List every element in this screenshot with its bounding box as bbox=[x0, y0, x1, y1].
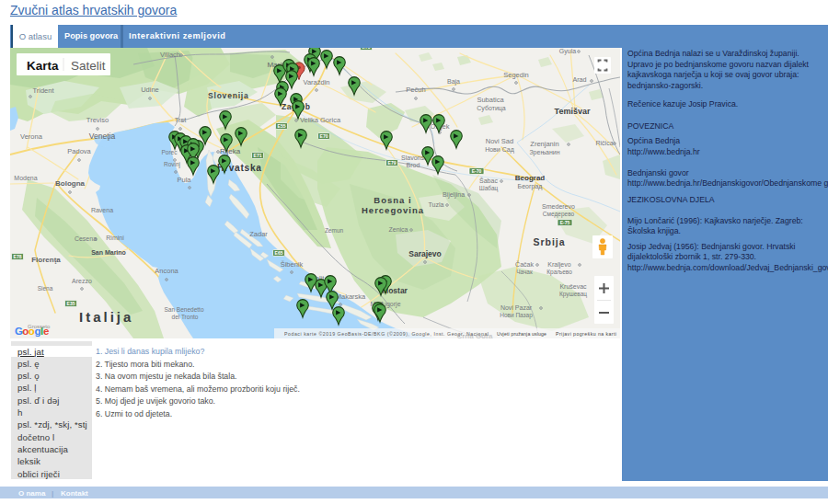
svg-text:E73: E73 bbox=[362, 48, 371, 50]
svg-text:Satelit: Satelit bbox=[71, 59, 106, 73]
svg-text:Novi Sad: Novi Sad bbox=[486, 137, 513, 145]
svg-text:Rimini: Rimini bbox=[106, 235, 124, 241]
svg-text:Чачак: Чачак bbox=[516, 269, 533, 275]
svg-text:Srbija: Srbija bbox=[533, 236, 565, 247]
svg-text:Bosna i: Bosna i bbox=[374, 195, 411, 205]
svg-text:Temišvar: Temišvar bbox=[555, 107, 591, 116]
svg-text:Karta: Karta bbox=[27, 59, 59, 73]
svg-text:E-70: E-70 bbox=[472, 168, 482, 174]
svg-text:Subatica: Subatica bbox=[477, 96, 504, 104]
svg-text:E35: E35 bbox=[67, 301, 75, 306]
svg-text:San Benedetto: San Benedetto bbox=[164, 306, 203, 313]
svg-text:Grosseto: Grosseto bbox=[28, 324, 51, 329]
svg-text:Florenţa: Florenţa bbox=[31, 256, 61, 264]
svg-text:Београд: Београд bbox=[518, 183, 543, 190]
svg-text:Pula: Pula bbox=[177, 176, 191, 184]
svg-text:Нови Сад: Нови Сад bbox=[485, 146, 514, 154]
svg-text:Ancona: Ancona bbox=[155, 267, 178, 275]
svg-text:Siena: Siena bbox=[38, 285, 53, 292]
svg-text:Treviso: Treviso bbox=[86, 116, 109, 124]
svg-text:Slovenija: Slovenija bbox=[208, 91, 249, 100]
svg-text:Gyula: Gyula bbox=[559, 48, 576, 55]
svg-text:Trident: Trident bbox=[32, 86, 54, 95]
svg-text:Modena: Modena bbox=[14, 175, 37, 181]
svg-text:Arezzo: Arezzo bbox=[72, 278, 92, 284]
svg-text:Суботица: Суботица bbox=[477, 105, 506, 112]
svg-text:Šibenik: Šibenik bbox=[281, 260, 304, 269]
svg-text:Зрењанин: Зрењанин bbox=[529, 149, 559, 156]
svg-text:Varaždin: Varaždin bbox=[303, 78, 329, 86]
svg-text:E70: E70 bbox=[320, 133, 328, 139]
svg-text:Arad: Arad bbox=[572, 75, 586, 84]
svg-text:Čačak: Čačak bbox=[515, 260, 534, 268]
svg-text:San Marino: San Marino bbox=[91, 249, 126, 256]
svg-text:Segedin: Segedin bbox=[503, 71, 529, 79]
svg-text:Makarska: Makarska bbox=[336, 292, 366, 301]
svg-text:Kraljevo: Kraljevo bbox=[547, 261, 570, 269]
svg-text:Bologna: Bologna bbox=[55, 179, 86, 188]
svg-text:Baja: Baja bbox=[447, 78, 460, 86]
svg-text:Шабац: Шабац bbox=[479, 185, 499, 192]
svg-text:Rovinj: Rovinj bbox=[164, 161, 180, 168]
svg-text:Крушевац: Крушевац bbox=[559, 291, 587, 298]
svg-text:del Tronto: del Tronto bbox=[172, 314, 199, 320]
svg-text:Zadar: Zadar bbox=[249, 230, 268, 238]
svg-text:Hercegovina: Hercegovina bbox=[362, 205, 424, 215]
svg-text:E78: E78 bbox=[14, 254, 22, 259]
svg-text:Zrenjanin: Zrenjanin bbox=[530, 140, 558, 148]
svg-text:E-75: E-75 bbox=[560, 220, 570, 225]
svg-text:Смедерево: Смедерево bbox=[543, 211, 575, 218]
svg-text:E79: E79 bbox=[388, 160, 397, 166]
svg-text:Veneţia: Veneţia bbox=[89, 132, 116, 141]
svg-text:Italija: Italija bbox=[79, 309, 133, 325]
svg-text:Villach: Villach bbox=[160, 51, 180, 59]
svg-text:Smederevo: Smederevo bbox=[542, 203, 575, 210]
svg-text:Нови Пазар: Нови Пазар bbox=[500, 312, 533, 319]
svg-text:Šabac: Šabac bbox=[479, 177, 498, 184]
svg-text:Udine: Udine bbox=[141, 86, 159, 94]
svg-text:Novi Pazar: Novi Pazar bbox=[500, 304, 533, 311]
svg-text:E71: E71 bbox=[254, 153, 262, 158]
svg-text:E65: E65 bbox=[275, 250, 283, 256]
svg-text:Verona: Verona bbox=[20, 132, 43, 141]
svg-text:Tuzla: Tuzla bbox=[429, 201, 444, 208]
svg-text:Ričica: Ričica bbox=[595, 140, 613, 146]
svg-text:Zenica: Zenica bbox=[388, 226, 408, 233]
svg-text:Beograd: Beograd bbox=[515, 174, 546, 182]
svg-text:Краљево: Краљево bbox=[546, 269, 572, 276]
svg-text:Bijeljina: Bijeljina bbox=[443, 191, 465, 199]
svg-text:Pečuh: Pečuh bbox=[406, 86, 425, 94]
svg-text:Sarajevo: Sarajevo bbox=[408, 249, 441, 258]
svg-text:Ravena: Ravena bbox=[91, 207, 113, 213]
svg-text:Podaci karte ©2019 GeoBasis-DE: Podaci karte ©2019 GeoBasis-DE/BKG (©200… bbox=[284, 331, 489, 337]
svg-text:Cesena: Cesena bbox=[75, 235, 97, 242]
svg-text:Padova: Padova bbox=[67, 147, 91, 155]
svg-text:E55: E55 bbox=[278, 123, 286, 129]
svg-text:Uvjeti pružanja usluge: Uvjeti pružanja usluge bbox=[497, 331, 546, 337]
svg-text:Trst: Trst bbox=[175, 116, 188, 124]
svg-text:Brod: Brod bbox=[407, 162, 420, 168]
svg-text:Zemun: Zemun bbox=[325, 227, 344, 234]
svg-text:Velika Gorica: Velika Gorica bbox=[300, 116, 341, 124]
svg-text:Prijavi pogrešku na karti: Prijavi pogrešku na karti bbox=[556, 331, 616, 337]
svg-text:Rijeka: Rijeka bbox=[220, 147, 241, 155]
svg-text:Porec: Porec bbox=[162, 149, 178, 155]
svg-text:Kruševac: Kruševac bbox=[559, 283, 587, 290]
